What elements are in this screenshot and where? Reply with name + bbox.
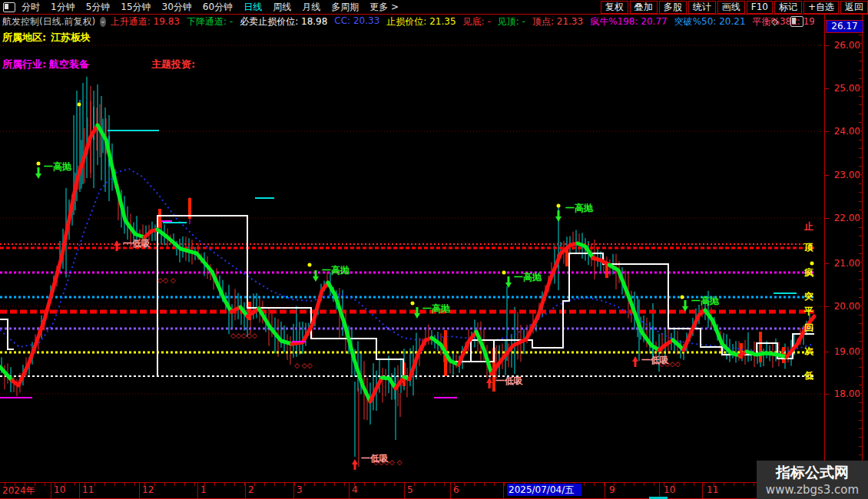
price-label-20.00: 20.00	[827, 301, 860, 312]
week-tick	[184, 483, 185, 486]
axis-minor-tick	[859, 218, 862, 219]
price-chart[interactable]: ◇◇ ◇◇◇◇◇◇◇ ◇◇◇◇◇◇ ◇◇◇◇◇一高抛一高抛一高抛一高抛一高抛一高…	[0, 0, 868, 499]
axis-minor-tick	[859, 35, 862, 35]
axis-minor-tick	[859, 96, 862, 97]
current-price-badge: 26.17	[826, 20, 863, 33]
week-tick	[634, 483, 634, 486]
axis-minor-tick	[859, 376, 862, 377]
axis-minor-tick	[859, 411, 862, 411]
week-tick	[25, 483, 25, 486]
week-tick	[704, 483, 704, 486]
week-tick	[684, 483, 684, 486]
month-label-7: 5	[407, 484, 413, 495]
axis-minor-tick	[859, 359, 862, 359]
watermark-title: 指标公式网	[757, 463, 868, 483]
price-tick	[824, 175, 829, 176]
week-tick	[404, 483, 405, 486]
axis-minor-tick	[859, 192, 862, 193]
month-separator	[51, 483, 51, 498]
price-tick	[824, 352, 829, 352]
gaopao-label-1: 一高抛	[322, 265, 350, 276]
week-tick	[734, 483, 734, 486]
week-tick	[694, 483, 694, 486]
week-tick	[224, 483, 225, 486]
level-label-平: 平	[803, 305, 814, 318]
buy-arrow-icon	[352, 459, 358, 464]
axis-minor-tick	[859, 428, 862, 429]
main-line-red	[459, 332, 476, 365]
week-tick	[584, 483, 585, 486]
main-line-green	[609, 265, 659, 350]
time-axis[interactable]: 2024年 2025/07/04/五 101112123456791011	[0, 482, 868, 499]
diamond-marks: ◇ ◇◇	[294, 362, 313, 369]
axis-minor-tick	[859, 323, 862, 324]
axis-minor-tick	[859, 148, 862, 149]
level-label-疯: 疯	[803, 266, 814, 279]
buy-arrow-icon	[114, 240, 120, 246]
week-tick	[384, 483, 385, 486]
axis-minor-tick	[859, 446, 862, 447]
week-tick	[244, 483, 245, 486]
month-separator	[450, 483, 451, 498]
channel-line-3	[471, 253, 814, 361]
month-separator	[139, 483, 140, 498]
buy-arrow-icon	[486, 378, 492, 383]
axis-minor-tick	[859, 131, 862, 131]
week-tick	[274, 483, 275, 486]
month-label-10: 9	[609, 484, 615, 495]
app-window: 分时1分钟5分钟15分钟30分钟60分钟日线周线月线多周期更多 > 复权叠加多股…	[0, 0, 868, 499]
month-separator	[245, 483, 246, 498]
axis-minor-tick	[859, 297, 862, 298]
axis-right-border	[862, 15, 863, 482]
axis-minor-tick	[859, 70, 862, 71]
week-tick	[75, 483, 75, 486]
week-tick	[454, 483, 455, 486]
sell-arrow-icon	[414, 313, 420, 319]
week-tick	[334, 483, 335, 486]
price-label-21.00: 21.00	[827, 258, 860, 269]
price-label-18.00: 18.00	[827, 388, 860, 399]
week-tick	[594, 483, 595, 486]
month-label-1: 11	[82, 484, 94, 495]
week-tick	[264, 483, 265, 486]
week-tick	[654, 483, 654, 486]
watermark: 指标公式网 www.zbgs3.com	[757, 461, 868, 499]
price-label-26.00: 26.00	[827, 40, 860, 51]
axis-minor-tick	[859, 420, 862, 421]
price-tick	[824, 218, 829, 219]
week-tick	[214, 483, 215, 486]
week-tick	[234, 483, 235, 486]
gaopao-dot	[308, 263, 312, 267]
axis-minor-tick	[859, 402, 862, 403]
axis-minor-tick	[859, 349, 862, 350]
axis-minor-tick	[859, 271, 862, 272]
week-tick	[144, 483, 145, 486]
main-line-red	[492, 243, 578, 374]
yellow-marker-dot	[78, 103, 81, 107]
week-tick	[354, 483, 355, 486]
week-tick	[15, 483, 15, 486]
month-label-3: 1	[200, 484, 207, 495]
week-tick	[414, 483, 415, 486]
axis-minor-tick	[859, 183, 862, 184]
month-separator	[349, 483, 350, 498]
week-tick	[484, 483, 485, 486]
week-tick	[55, 483, 55, 486]
axis-minor-tick	[859, 315, 862, 316]
month-separator	[605, 483, 605, 498]
axis-minor-tick	[859, 279, 862, 280]
gaopao-dot	[411, 302, 415, 306]
gaopao-dot	[557, 204, 561, 208]
week-tick	[254, 483, 255, 486]
dixi-label-2: 一低吸	[495, 375, 523, 386]
week-tick	[114, 483, 115, 486]
price-label-24.00: 24.00	[827, 126, 860, 137]
week-tick	[84, 483, 85, 486]
week-tick	[744, 483, 744, 486]
year-label: 2024年	[2, 484, 35, 497]
week-tick	[444, 483, 445, 486]
axis-minor-tick	[859, 332, 862, 333]
diamond-marks: ◇◇ ◇	[157, 276, 176, 284]
dixi-label-1: 一低吸	[361, 453, 389, 464]
week-tick	[494, 483, 495, 486]
